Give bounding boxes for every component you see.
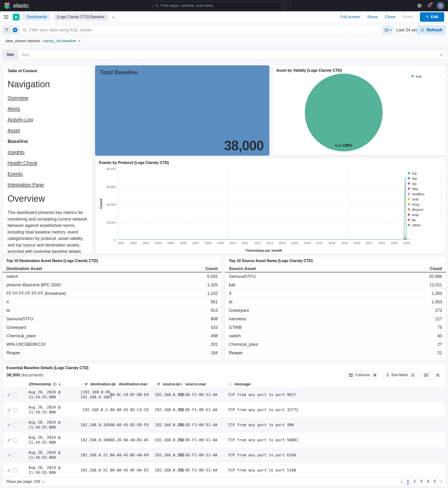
legend-item[interactable]: modbus ⋮ — [408, 191, 443, 196]
user-avatar[interactable]: E — [437, 2, 444, 9]
table-row[interactable]: bt 1,053 — [225, 298, 446, 306]
toc-link[interactable]: Health Check — [8, 160, 88, 166]
saved-check-icon[interactable]: ✓ — [112, 14, 115, 20]
toc-link[interactable]: Events — [8, 171, 88, 177]
column-header[interactable]: k source.mac — [177, 382, 228, 387]
legend-menu-icon[interactable]: ⋮ — [440, 223, 443, 227]
page-number[interactable]: 4 — [427, 479, 429, 484]
full-screen-button[interactable]: Full screen — [340, 15, 360, 19]
page-number[interactable]: 5 — [434, 479, 436, 484]
table-row[interactable]: bt 913 — [3, 306, 222, 315]
legend-menu-icon[interactable]: ⋮ — [439, 74, 443, 78]
legend-menu-icon[interactable]: ⋮ — [440, 213, 443, 217]
fullscreen-grid-button[interactable] — [421, 371, 431, 379]
legend-item[interactable]: http ⋮ — [408, 186, 443, 191]
pie-slice-true[interactable] — [305, 74, 383, 152]
legend-menu-icon[interactable]: ⋮ — [440, 181, 443, 186]
toc-link[interactable]: Alerts — [8, 106, 88, 112]
table-row[interactable]: Graveyard 533 — [3, 323, 222, 332]
legend-item[interactable]: dhcpv4 ⋮ — [408, 207, 443, 212]
refresh-button[interactable]: Refresh — [417, 25, 446, 35]
help-icon[interactable] — [417, 3, 422, 8]
expand-row-icon[interactable] — [7, 454, 11, 457]
expand-row-icon[interactable] — [7, 408, 11, 412]
global-search[interactable]: ^/ — [153, 2, 290, 10]
site-control[interactable]: Site Any — [2, 50, 446, 60]
legend-item[interactable]: cip ⋮ — [408, 181, 443, 186]
sort-fields-button[interactable]: Sort fields 1 — [383, 371, 419, 379]
add-filter-button[interactable]: + — [11, 25, 19, 35]
row-checkbox[interactable] — [13, 453, 17, 457]
legend-item[interactable]: icmp ⋮ — [408, 202, 443, 207]
toc-link[interactable]: Integration Page — [8, 182, 88, 187]
table-row[interactable]: Chemical_plant 498 — [3, 332, 222, 340]
edit-button[interactable]: ✎ Edit — [420, 12, 444, 22]
column-header-timestamp[interactable]: @timestamp ↓ — [25, 382, 80, 386]
site-control-value[interactable]: Any — [18, 52, 440, 57]
column-header[interactable]: t message — [228, 382, 446, 387]
table-row[interactable]: WIN-U9C5BE8KCJV 331 — [3, 340, 222, 349]
legend-menu-icon[interactable]: ⋮ — [440, 207, 443, 212]
filter-funnel-icon[interactable] — [2, 25, 11, 35]
share-button[interactable]: Share — [367, 15, 378, 19]
table-row[interactable]: phoenix-Basicline-BPC-2000 1,325 — [3, 281, 222, 289]
legend-menu-icon[interactable]: ⋮ — [440, 176, 443, 180]
expand-row-icon[interactable] — [7, 469, 11, 472]
legend-item[interactable]: arp ⋮ — [408, 176, 443, 181]
legend-menu-icon[interactable]: ⋮ — [440, 197, 443, 201]
toc-link[interactable]: Insights — [8, 149, 88, 155]
clone-button[interactable]: Clone — [385, 15, 395, 19]
global-search-input[interactable] — [161, 3, 279, 8]
kql-input[interactable] — [29, 28, 377, 32]
table-row[interactable]: X 951 — [3, 298, 222, 306]
kql-search-bar[interactable] — [20, 25, 380, 35]
elastic-brand[interactable]: elastic — [4, 2, 29, 9]
table-row[interactable]: harmless 127 — [225, 315, 446, 323]
columns-button[interactable]: Columns 6 — [346, 371, 381, 379]
table-row[interactable]: Chemical_plant 27 — [225, 340, 446, 349]
legend-item[interactable]: smb ⋮ — [408, 196, 443, 202]
column-header[interactable]: k destination.mac — [110, 382, 155, 387]
next-page-icon[interactable]: › — [440, 479, 442, 484]
table-row[interactable]: Graveyard 273 — [225, 306, 446, 315]
column-header[interactable]: IP source.ip — [155, 382, 177, 387]
row-checkbox[interactable] — [13, 408, 17, 412]
column-header[interactable]: Source Asset — [229, 266, 337, 271]
row-checkbox[interactable] — [13, 438, 17, 442]
table-row[interactable]: Reaper 22 — [225, 349, 446, 357]
table-row[interactable]: switch 40 — [225, 332, 446, 340]
legend-item[interactable]: tcp ⋮ — [408, 170, 443, 176]
table-row[interactable]: X 1,344 — [225, 289, 446, 298]
page-number[interactable]: 1 — [407, 479, 409, 484]
table-row[interactable]: SamuraiSTFU 808 — [3, 315, 222, 323]
calendar-button[interactable] — [383, 25, 393, 34]
legend-menu-icon[interactable]: ⋮ — [440, 218, 443, 222]
display-options-button[interactable] — [433, 371, 442, 379]
page-number[interactable]: 2 — [414, 479, 416, 484]
toc-link[interactable]: Asset — [8, 128, 88, 133]
expand-row-icon[interactable] — [7, 423, 11, 427]
column-header[interactable]: IP destination.ip — [80, 382, 110, 387]
legend-item[interactable]: enip ⋮ — [408, 212, 443, 217]
legend-item[interactable]: Other ⋮ — [408, 222, 443, 228]
space-avatar[interactable]: D — [13, 14, 20, 21]
table-row[interactable]: FF:FF:FF:FF:FF:FF (broadcast) 1,102 — [3, 289, 222, 298]
column-header[interactable]: Destination Asset — [6, 266, 115, 271]
sort-descending-icon[interactable]: ↓ — [58, 382, 61, 386]
table-row[interactable]: Reaper 184 — [3, 349, 222, 357]
legend-label[interactable]: true — [416, 74, 437, 78]
toc-link[interactable]: Overview — [8, 95, 88, 101]
reset-button[interactable]: Reset — [402, 15, 413, 19]
legend-menu-icon[interactable]: ⋮ — [440, 187, 443, 191]
row-checkbox[interactable] — [13, 423, 17, 427]
row-checkbox[interactable] — [13, 393, 17, 397]
toc-link[interactable]: Baseline — [8, 138, 88, 144]
table-row[interactable]: SamuraiSTFU 20,986 — [225, 272, 446, 281]
rows-per-page-selector[interactable]: Rows per page: 100 — [6, 480, 44, 484]
expand-row-icon[interactable] — [7, 393, 11, 397]
table-row[interactable]: kali 12,011 — [225, 281, 446, 289]
legend-menu-icon[interactable]: ⋮ — [440, 192, 443, 196]
breadcrumb-dashboards[interactable]: Dashboards — [23, 13, 52, 21]
remove-filter-icon[interactable]: ✕ — [78, 39, 81, 43]
legend-menu-icon[interactable]: ⋮ — [440, 202, 443, 206]
